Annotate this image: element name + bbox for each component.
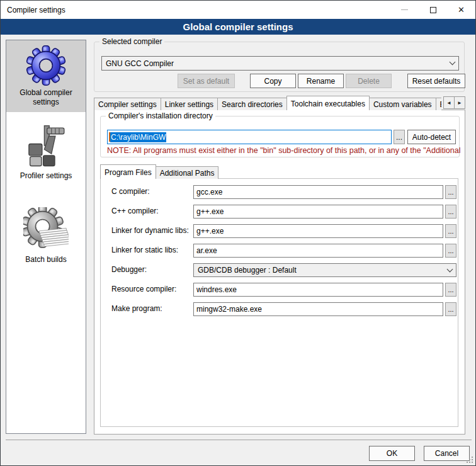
tab-scroll-buttons: ◄ ► [444,96,465,109]
chevron-down-icon [447,266,453,272]
maximize-button[interactable] [419,1,447,19]
close-button[interactable]: ✕ [447,1,475,19]
cpp-compiler-input[interactable] [193,205,443,219]
compiler-select-value: GNU GCC Compiler [106,59,450,68]
sidebar-item-global-compiler-settings[interactable]: Global compiler settings [6,40,86,112]
sidebar-item-label: Global compiler settings [8,88,84,107]
form-row-cpp-compiler: C++ compiler: ... [101,205,459,219]
program-files-page: C compiler: ... C++ compiler: ... Linker… [100,178,458,427]
form-row-make-program: Make program: ... [101,302,459,316]
tab-scroll-right-icon[interactable]: ► [454,96,465,109]
browse-directory-button[interactable]: ... [394,130,405,144]
window-title: Compiler settings [1,6,390,14]
minimize-icon [401,9,408,10]
form-row-resource-compiler: Resource compiler: ... [101,283,459,297]
make-program-input[interactable] [193,302,443,316]
maximize-icon [430,7,436,13]
dialog-header: Global compiler settings [1,19,475,35]
tab-program-files[interactable]: Program Files [100,164,156,179]
static-linker-input[interactable] [193,244,443,258]
selected-compiler-group: Selected compiler GNU GCC Compiler Set a… [94,42,465,92]
form-row-c-compiler: C compiler: ... [101,185,459,199]
settings-tab-control: Compiler settings Linker settings Search… [94,95,465,466]
resource-compiler-input[interactable] [193,283,443,297]
tab-scroll-left-icon[interactable]: ◄ [443,96,455,109]
debugger-label: Debugger: [111,265,147,274]
toolchain-executables-page: Compiler's installation directory C:\ray… [94,110,465,435]
settings-category-list: Global compiler settings Profiler [6,40,86,434]
sidebar-item-label: Profiler settings [20,171,72,181]
sidebar-item-label: Batch builds [25,255,66,264]
resize-grip[interactable] [472,462,473,463]
installation-directory-input[interactable]: C:\raylib\MinGW [107,130,392,144]
chevron-down-icon [450,59,456,65]
cpp-compiler-label: C++ compiler: [111,207,159,215]
tab-search-directories[interactable]: Search directories [217,98,287,110]
footer-divider [6,440,472,440]
bin-subdirectory-note: NOTE: All programs must exist either in … [107,146,467,156]
sidebar-item-batch-builds[interactable]: Batch builds [6,202,86,270]
tab-custom-variables[interactable]: Custom variables [369,98,436,110]
dynamic-linker-label: Linker for dynamic libs: [111,226,189,235]
form-row-debugger: Debugger: GDB/CDB debugger : Default [101,263,459,277]
main-panel: Selected compiler GNU GCC Compiler Set a… [94,40,465,436]
set-as-default-button[interactable]: Set as default [178,74,235,88]
form-row-static-linker: Linker for static libs: ... [101,244,459,258]
tab-additional-paths[interactable]: Additional Paths [156,166,219,179]
ok-button[interactable]: OK [369,446,415,461]
blue-gear-icon [26,45,66,86]
c-compiler-label: C compiler: [111,187,150,196]
compiler-select[interactable]: GNU GCC Compiler [101,56,459,71]
tab-linker-settings[interactable]: Linker settings [161,98,218,110]
installation-directory-group-label: Compiler's installation directory [106,111,215,120]
c-compiler-browse-button[interactable]: ... [445,185,456,199]
dynamic-linker-browse-button[interactable]: ... [445,224,456,238]
selected-text: C:\raylib\MinGW [110,132,166,142]
resource-compiler-browse-button[interactable]: ... [445,283,456,297]
copy-button[interactable]: Copy [250,74,296,88]
installation-directory-group: Compiler's installation directory C:\ray… [100,116,460,157]
c-compiler-input[interactable] [193,185,443,199]
selected-compiler-group-label: Selected compiler [99,37,164,46]
tab-toolchain-executables[interactable]: Toolchain executables [286,96,370,110]
tab-build-options[interactable]: Build options [436,98,441,110]
minimize-button[interactable] [390,1,419,19]
programs-tabstrip: Program Files Additional Paths [100,164,453,179]
make-program-label: Make program: [111,304,162,313]
auto-detect-button[interactable]: Auto-detect [407,130,456,144]
debugger-select-value: GDB/CDB debugger : Default [198,266,448,275]
make-program-browse-button[interactable]: ... [445,302,456,316]
profiler-caliper-icon [24,123,68,169]
settings-tabstrip: Compiler settings Linker settings Search… [94,95,441,110]
titlebar[interactable]: Compiler settings ✕ [1,1,475,19]
debugger-select[interactable]: GDB/CDB debugger : Default [193,263,456,277]
tab-compiler-settings[interactable]: Compiler settings [94,98,161,110]
resource-compiler-label: Resource compiler: [111,285,176,293]
static-linker-label: Linker for static libs: [111,246,178,254]
reset-defaults-button[interactable]: Reset defaults [407,74,465,88]
programs-tab-control: Program Files Additional Paths C compile… [100,164,459,428]
cancel-button[interactable]: Cancel [424,446,470,461]
form-row-dynamic-linker: Linker for dynamic libs: ... [101,224,459,238]
cpp-compiler-browse-button[interactable]: ... [445,205,456,219]
batch-builds-gear-icon [23,207,69,253]
compiler-settings-dialog: Compiler settings ✕ Global compiler sett… [0,0,476,466]
dynamic-linker-input[interactable] [193,224,443,238]
sidebar-item-profiler-settings[interactable]: Profiler settings [6,118,86,186]
static-linker-browse-button[interactable]: ... [445,244,456,258]
delete-button[interactable]: Delete [346,74,392,88]
rename-button[interactable]: Rename [298,74,344,88]
